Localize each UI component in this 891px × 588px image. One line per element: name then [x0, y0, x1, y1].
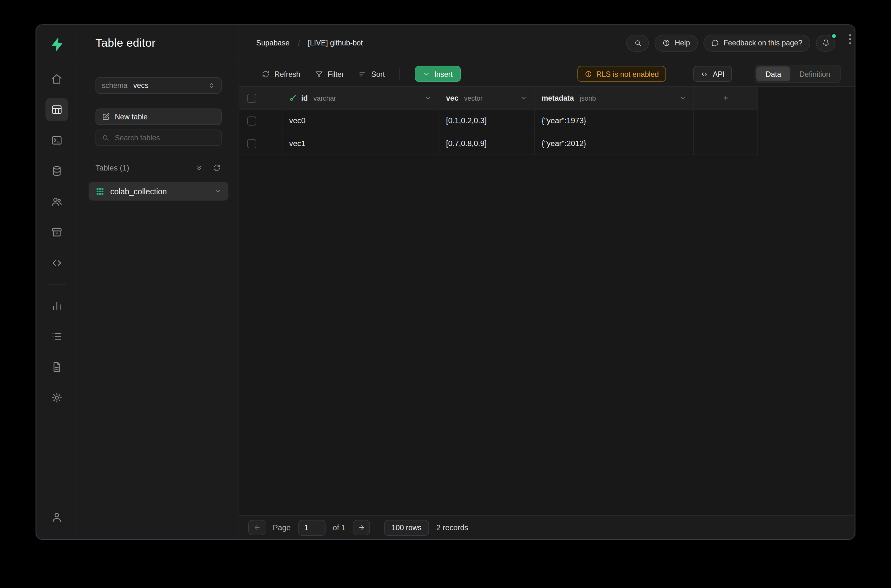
schema-value: vecs: [134, 81, 148, 90]
nav-database-icon[interactable]: [45, 160, 68, 183]
table-row: vec0 [0.1,0.2,0.3] {"year":1973}: [239, 110, 758, 132]
filter-button[interactable]: Filter: [315, 69, 344, 78]
column-menu-icon[interactable]: [424, 94, 432, 102]
help-button[interactable]: Help: [655, 34, 698, 51]
app-window: Table editor schema vecs New table: [36, 24, 855, 540]
row-select-cell: [239, 110, 282, 132]
select-all-checkbox[interactable]: [247, 93, 256, 102]
schema-label: schema: [102, 81, 128, 90]
feedback-button[interactable]: Feedback on this page?: [704, 34, 810, 51]
breadcrumb-separator: /: [298, 38, 300, 48]
nav-sql-editor-icon[interactable]: [45, 129, 68, 152]
view-mode-tabs: Data Definition: [755, 65, 841, 83]
nav-auth-icon[interactable]: [45, 190, 68, 213]
cell-value: vec1: [289, 139, 306, 148]
page-number-input[interactable]: [298, 519, 326, 535]
new-table-button[interactable]: New table: [96, 109, 222, 125]
add-column-button[interactable]: [694, 87, 758, 110]
column-type: vector: [464, 94, 482, 102]
breadcrumb-project[interactable]: [LIVE] github-bot: [308, 39, 363, 47]
insert-button[interactable]: Insert: [415, 66, 461, 82]
record-count: 2 records: [436, 523, 468, 532]
pagination-footer: Page of 1 100 rows 2 records: [239, 515, 855, 539]
global-search-button[interactable]: [627, 34, 650, 51]
column-type: jsonb: [579, 94, 596, 102]
sidebar: Table editor schema vecs New table: [77, 25, 239, 539]
sort-button[interactable]: Sort: [359, 69, 385, 78]
column-menu-icon[interactable]: [679, 94, 686, 102]
sidebar-item-table-colab-collection[interactable]: colab_collection: [88, 182, 228, 201]
cell-vec[interactable]: [0.1,0.2,0.3]: [439, 110, 535, 132]
main-panel: Supabase / [LIVE] github-bot Help Feedba…: [239, 25, 855, 539]
breadcrumb-org[interactable]: Supabase: [256, 39, 290, 47]
api-button[interactable]: API: [693, 66, 732, 82]
cell-id[interactable]: vec0: [282, 110, 439, 132]
row-select-cell: [239, 132, 282, 155]
table-search: [96, 129, 222, 146]
collapse-all-icon[interactable]: [194, 163, 204, 173]
column-menu-icon[interactable]: [520, 94, 527, 102]
nav-reports-icon[interactable]: [45, 294, 68, 317]
search-tables-input[interactable]: [114, 133, 215, 142]
nav-settings-icon[interactable]: [45, 386, 68, 409]
chevrons-updown-icon: [208, 82, 215, 89]
filter-label: Filter: [328, 69, 344, 78]
grid-toolbar: Refresh Filter Sort Insert: [239, 61, 855, 87]
cell-metadata[interactable]: {"year":2012}: [535, 132, 694, 155]
column-header-id[interactable]: id varchar: [282, 87, 439, 110]
page-label: Page: [273, 523, 291, 532]
cell-empty: [694, 110, 758, 132]
next-page-button[interactable]: [353, 520, 370, 535]
chevron-down-icon: [423, 70, 430, 78]
column-header-metadata[interactable]: metadata jsonb: [535, 87, 694, 110]
arrow-left-icon: [253, 524, 260, 531]
table-item-label: colab_collection: [110, 187, 167, 196]
nav-storage-icon[interactable]: [45, 221, 68, 244]
rls-warning-label: RLS is not enabled: [596, 69, 659, 78]
primary-key-icon: [289, 94, 297, 102]
nav-table-editor-icon[interactable]: [45, 98, 68, 121]
cell-id[interactable]: vec1: [282, 132, 439, 155]
toolbar-divider: [399, 68, 400, 80]
rows-per-page-button[interactable]: 100 rows: [384, 519, 429, 535]
tables-heading-row: Tables (1): [88, 163, 228, 173]
tab-data[interactable]: Data: [756, 66, 790, 81]
nav-home-icon[interactable]: [45, 68, 68, 90]
desktop: Table editor schema vecs New table: [0, 0, 891, 588]
row-checkbox[interactable]: [247, 139, 256, 148]
column-type: varchar: [314, 94, 336, 102]
new-table-label: New table: [115, 112, 147, 121]
refresh-label: Refresh: [274, 69, 300, 78]
tab-definition[interactable]: Definition: [790, 66, 839, 81]
overflow-menu-icon[interactable]: [846, 33, 854, 45]
refresh-button[interactable]: Refresh: [262, 69, 300, 78]
table-icon: [96, 187, 105, 196]
feedback-label: Feedback on this page?: [723, 39, 802, 47]
supabase-logo-icon[interactable]: [45, 33, 68, 56]
schema-select[interactable]: schema vecs: [96, 77, 222, 94]
cell-metadata[interactable]: {"year":1973}: [535, 110, 694, 132]
cell-vec[interactable]: [0.7,0.8,0.9]: [439, 132, 535, 155]
bell-icon: [822, 39, 830, 46]
column-name: metadata: [542, 94, 574, 102]
data-grid: id varchar vec vector metadata: [239, 87, 855, 515]
chat-bubble-icon: [712, 39, 719, 46]
row-checkbox[interactable]: [247, 116, 256, 125]
column-name: vec: [446, 94, 459, 102]
refresh-icon: [262, 70, 269, 78]
sort-label: Sort: [371, 69, 385, 78]
column-name: id: [301, 94, 308, 102]
column-header-vec[interactable]: vec vector: [439, 87, 535, 110]
cell-empty: [694, 132, 758, 155]
refresh-tables-icon[interactable]: [212, 163, 221, 173]
plus-icon: [722, 94, 729, 102]
nav-docs-icon[interactable]: [45, 356, 68, 378]
nav-api-code-icon[interactable]: [45, 252, 68, 274]
cell-value: vec0: [289, 117, 306, 125]
previous-page-button[interactable]: [248, 520, 266, 535]
nav-logs-icon[interactable]: [45, 325, 68, 348]
warning-icon: [585, 70, 592, 78]
nav-account-icon[interactable]: [45, 506, 68, 529]
rls-warning-badge[interactable]: RLS is not enabled: [577, 66, 666, 82]
help-circle-icon: [663, 39, 670, 46]
